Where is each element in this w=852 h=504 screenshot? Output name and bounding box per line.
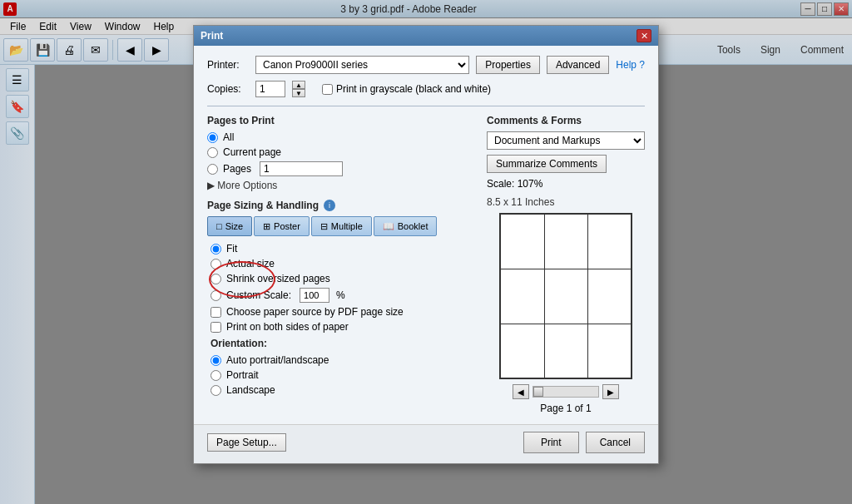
portrait-radio[interactable]: [211, 370, 221, 381]
more-options-toggle[interactable]: ▶ More Options: [207, 180, 473, 191]
dialog-body: Printer: Canon Pro9000II series Properti…: [194, 46, 658, 424]
print-button[interactable]: Print: [523, 432, 579, 453]
properties-button[interactable]: Properties: [476, 56, 540, 74]
tab-multiple[interactable]: ⊟ Multiple: [311, 216, 372, 236]
custom-scale-radio[interactable]: [211, 290, 221, 301]
preview-area: 8.5 x 11 Inches ◀: [487, 196, 645, 414]
grid-h-1: [501, 269, 631, 269]
choose-paper-checkbox[interactable]: [211, 307, 221, 318]
more-options-label: ▶ More Options: [207, 180, 277, 191]
preview-nav: ◀ ▶: [487, 384, 645, 399]
pages-current-option: Current page: [207, 146, 473, 158]
cancel-button[interactable]: Cancel: [586, 432, 645, 453]
copies-input[interactable]: [255, 81, 285, 97]
pages-all-radio[interactable]: [207, 132, 218, 143]
dialog-title: Print: [201, 30, 223, 42]
preview-next-button[interactable]: ▶: [602, 384, 619, 399]
tab-size[interactable]: □ Size: [207, 216, 252, 236]
choose-paper-label: Choose paper source by PDF page size: [226, 306, 404, 318]
scale-text: Scale: 107%: [487, 178, 645, 190]
app-window: A 3 by 3 grid.pdf - Adobe Reader ─ □ ✕ F…: [0, 0, 852, 504]
shrink-radio[interactable]: [211, 274, 221, 284]
tab-poster[interactable]: ⊞ Poster: [254, 216, 310, 236]
landscape-radio[interactable]: [211, 385, 221, 396]
auto-orientation-label: Auto portrait/landscape: [226, 354, 329, 366]
tab-size-icon: □: [216, 221, 222, 231]
portrait-option: Portrait: [211, 369, 473, 381]
print-both-sides-checkbox[interactable]: [211, 322, 221, 333]
tab-booklet[interactable]: 📖 Booklet: [374, 216, 438, 236]
preview-scrollbar-thumb: [533, 387, 543, 397]
page-setup-button[interactable]: Page Setup...: [207, 433, 286, 452]
grayscale-label: Print in grayscale (black and white): [336, 83, 491, 95]
comments-forms-header: Comments & Forms: [487, 115, 645, 126]
pages-all-label: All: [223, 131, 234, 143]
pages-current-label: Current page: [223, 146, 281, 158]
help-link[interactable]: Help ?: [616, 59, 645, 71]
print-both-sides-label: Print on both sides of paper: [226, 321, 349, 333]
print-both-sides-option: Print on both sides of paper: [211, 321, 473, 333]
copies-down-button[interactable]: ▼: [292, 89, 305, 97]
dialog-overlay: Print ✕ Printer: Canon Pro9000II series …: [0, 0, 852, 504]
tab-multiple-icon: ⊟: [320, 221, 328, 232]
pages-current-radio[interactable]: [207, 147, 218, 158]
shrink-label: Shrink oversized pages: [226, 273, 330, 284]
print-dialog: Print ✕ Printer: Canon Pro9000II series …: [193, 25, 659, 464]
shrink-option: Shrink oversized pages: [211, 273, 473, 284]
preview-box: [499, 213, 632, 379]
divider-1: [207, 106, 645, 106]
landscape-option: Landscape: [211, 384, 473, 396]
fit-label: Fit: [226, 243, 237, 254]
page-info: Page 1 of 1: [487, 403, 645, 414]
pages-range-option: Pages: [207, 161, 473, 176]
auto-orientation-option: Auto portrait/landscape: [211, 354, 473, 366]
tab-poster-icon: ⊞: [263, 221, 270, 232]
fit-radio[interactable]: [211, 244, 221, 254]
grid-v-1: [544, 215, 545, 378]
printer-row: Printer: Canon Pro9000II series Properti…: [207, 56, 645, 74]
summarize-button[interactable]: Summarize Comments: [487, 155, 607, 173]
comments-select[interactable]: Document and Markups: [487, 131, 645, 150]
page-sizing-section: Page Sizing & Handling i □ Size ⊞: [207, 200, 473, 396]
pages-range-input[interactable]: [260, 161, 343, 176]
pages-all-option: All: [207, 131, 473, 143]
custom-scale-option: Custom Scale: %: [211, 288, 473, 303]
actual-size-option: Actual size: [211, 258, 473, 269]
sizing-header-label: Page Sizing & Handling: [207, 200, 319, 211]
dialog-right-column: Comments & Forms Document and Markups Su…: [487, 115, 645, 414]
grid-h-2: [501, 324, 631, 324]
pages-range-radio[interactable]: [207, 164, 218, 175]
grayscale-checkbox[interactable]: [322, 84, 333, 95]
tab-size-label: Size: [225, 221, 243, 231]
sizing-tabs: □ Size ⊞ Poster ⊟ Multiple: [207, 216, 473, 236]
copies-up-button[interactable]: ▲: [292, 81, 305, 89]
choose-paper-option: Choose paper source by PDF page size: [211, 306, 473, 318]
preview-size-label: 8.5 x 11 Inches: [487, 196, 645, 208]
auto-orientation-radio[interactable]: [211, 355, 221, 366]
grayscale-option: Print in grayscale (black and white): [322, 83, 491, 95]
tab-booklet-icon: 📖: [383, 221, 394, 232]
dialog-footer: Page Setup... Print Cancel: [194, 424, 658, 463]
orientation-header: Orientation:: [211, 338, 473, 349]
custom-scale-label: Custom Scale:: [226, 289, 291, 301]
copies-label: Copies:: [207, 83, 249, 95]
sizing-info-icon[interactable]: i: [324, 200, 335, 211]
pages-to-print-header: Pages to Print: [207, 115, 473, 126]
fit-option: Fit: [211, 243, 473, 254]
pages-range-label: Pages: [223, 163, 251, 175]
custom-scale-input[interactable]: [300, 288, 329, 303]
copies-row: Copies: ▲ ▼ Print in grayscale (black an…: [207, 81, 645, 97]
preview-prev-button[interactable]: ◀: [513, 384, 529, 399]
sizing-header: Page Sizing & Handling i: [207, 200, 473, 211]
actual-size-radio[interactable]: [211, 259, 221, 269]
footer-right-buttons: Print Cancel: [523, 432, 645, 453]
preview-scrollbar[interactable]: [532, 386, 599, 398]
dialog-left-column: Pages to Print All Current page Pages: [207, 115, 473, 414]
dialog-columns: Pages to Print All Current page Pages: [207, 115, 645, 414]
advanced-button[interactable]: Advanced: [547, 56, 609, 74]
dialog-close-button[interactable]: ✕: [637, 29, 651, 42]
actual-size-label: Actual size: [226, 258, 275, 269]
printer-label: Printer:: [207, 59, 249, 71]
printer-select[interactable]: Canon Pro9000II series: [255, 56, 469, 74]
dialog-title-bar: Print ✕: [194, 26, 658, 46]
